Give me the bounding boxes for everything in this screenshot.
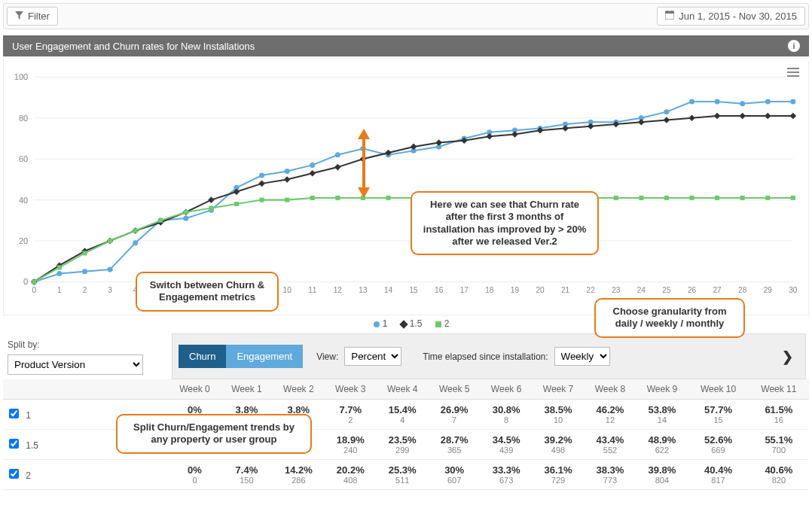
svg-rect-90 [334,164,341,171]
switch-metrics-callout: Switch between Churn & Engagement metric… [136,272,279,312]
tab-churn[interactable]: Churn [179,345,226,368]
svg-text:100: 100 [14,72,28,81]
svg-rect-116 [209,205,213,210]
svg-point-58 [310,163,315,168]
svg-text:0: 0 [23,277,28,286]
svg-rect-135 [689,196,694,200]
svg-rect-123 [386,196,390,200]
split-callout-text: Split Churn/Engagement trends by any pro… [133,421,295,445]
row-checkbox[interactable] [9,439,19,449]
data-cell: 38.5%10 [533,400,585,430]
data-cell: 40.6%820 [749,460,809,490]
svg-rect-1 [665,11,674,14]
legend-item-2[interactable]: 2 [444,318,450,329]
col-header: Week 0 [169,379,221,400]
svg-text:40: 40 [19,196,28,205]
svg-text:80: 80 [19,114,28,123]
chart-menu-icon[interactable] [787,65,799,79]
svg-point-77 [790,99,795,105]
svg-rect-118 [260,198,264,202]
svg-point-76 [765,99,771,105]
panel-header: User Engagement and Churn rates for New … [3,35,809,56]
svg-rect-120 [310,196,315,200]
row-checkbox[interactable] [9,469,19,479]
annotation-arrow-icon [350,129,380,200]
controls-bar: Churn Engagement View: Percent Time elap… [172,333,806,379]
scroll-right-button[interactable]: ❯ [776,348,799,365]
split-by-select[interactable]: Product Version [8,354,143,375]
tab-engagement[interactable]: Engagement [226,345,303,368]
svg-marker-141 [358,129,370,139]
data-cell: 34.5%439 [481,430,533,460]
svg-rect-138 [765,196,770,200]
split-by-label: Split by: [8,339,158,350]
svg-text:3: 3 [108,286,112,294]
data-cell: 53.8%14 [636,400,688,430]
svg-point-59 [335,152,340,157]
data-cell: 30.8%8 [481,400,533,430]
svg-rect-109 [32,279,36,284]
svg-text:24: 24 [637,286,646,294]
time-elapsed-select[interactable]: Weekly [554,347,610,366]
col-header: Week 2 [273,379,325,400]
view-select[interactable]: Percent [344,347,401,366]
date-range-button[interactable]: Jun 1, 2015 - Nov 30, 2015 [657,7,805,26]
filter-button[interactable]: Filter [7,7,58,26]
legend-item-1[interactable]: 1 [383,318,388,329]
svg-text:11: 11 [308,286,317,294]
svg-rect-113 [133,228,138,233]
svg-point-56 [259,172,264,178]
info-icon[interactable]: i [788,40,800,52]
svg-text:14: 14 [384,286,393,294]
svg-text:29: 29 [764,286,773,294]
svg-rect-139 [791,196,795,200]
row-checkbox[interactable] [9,409,19,418]
svg-point-49 [82,269,87,274]
svg-rect-3 [672,11,673,13]
data-cell: 7.4%150 [221,460,273,490]
svg-rect-117 [234,202,239,206]
granularity-text: Choose granularity from daily / weekly /… [613,306,727,329]
svg-text:16: 16 [435,286,444,294]
data-cell: 36.1%729 [533,460,585,490]
data-cell: 55.1%700 [749,430,809,460]
svg-rect-114 [158,218,163,223]
svg-point-73 [689,99,694,105]
data-cell: 0%0 [169,460,221,490]
col-header: Week 4 [377,379,429,400]
svg-point-51 [133,240,138,245]
svg-text:19: 19 [511,286,520,294]
svg-rect-137 [740,196,745,200]
svg-rect-85 [208,196,215,203]
legend-item-1-5[interactable]: 1.5 [410,318,423,329]
table-row: 20%07.4%15014.2%28620.2%40825.3%51130%60… [3,460,809,490]
panel-title: User Engagement and Churn rates for New … [12,41,255,52]
svg-text:0: 0 [32,286,36,294]
svg-rect-2 [667,11,668,13]
svg-text:18: 18 [485,286,494,294]
metric-toggle: Churn Engagement [179,345,303,368]
data-cell: 39.2%498 [533,430,585,460]
svg-rect-121 [335,196,340,200]
filter-icon [15,11,23,22]
svg-rect-93 [411,144,417,151]
svg-point-53 [183,216,188,221]
split-by-panel: Split by: Product Version [3,333,169,379]
col-header: Week 3 [325,379,377,400]
annotation-text: Here we can see that Churn rate after th… [423,199,586,247]
data-cell: 7.7%2 [325,400,377,430]
data-cell: 40.4%817 [688,460,748,490]
row-label: 2 [3,460,169,490]
svg-rect-119 [285,198,289,202]
svg-text:27: 27 [713,286,722,294]
svg-text:2: 2 [83,286,87,294]
data-table: Week 0Week 1Week 2Week 3Week 4Week 5Week… [3,379,809,490]
col-header: Week 8 [585,379,636,400]
svg-text:12: 12 [334,286,343,294]
svg-rect-115 [184,210,188,214]
data-cell: 52.6%669 [688,430,748,460]
svg-point-75 [740,101,745,106]
granularity-callout: Choose granularity from daily / weekly /… [594,298,745,338]
data-cell: 38.3%773 [585,460,636,490]
top-bar: Filter Jun 1, 2015 - Nov 30, 2015 [3,3,809,29]
